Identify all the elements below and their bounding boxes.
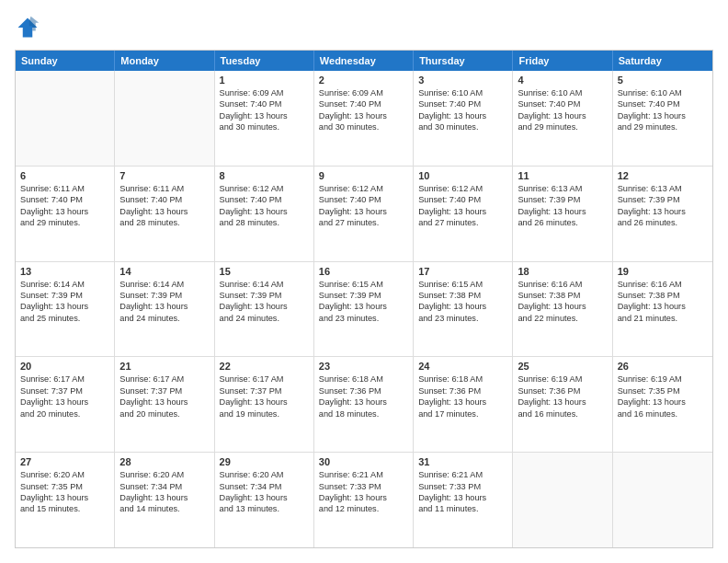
cell-info-line: Daylight: 13 hours — [20, 206, 109, 217]
day-number: 8 — [220, 170, 309, 181]
day-number: 2 — [319, 75, 408, 86]
cell-info-line: Sunrise: 6:21 AM — [418, 469, 507, 480]
calendar: SundayMondayTuesdayWednesdayThursdayFrid… — [15, 50, 713, 548]
cell-info-line: and 30 minutes. — [319, 121, 408, 132]
cal-cell-3-7: 19Sunrise: 6:16 AMSunset: 7:38 PMDayligh… — [613, 262, 712, 357]
cell-info-line: Daylight: 13 hours — [119, 206, 209, 217]
cell-info-line: Sunrise: 6:19 AM — [618, 373, 708, 385]
weekday-header-sunday: Sunday — [16, 51, 115, 71]
cal-cell-4-2: 21Sunrise: 6:17 AMSunset: 7:37 PMDayligh… — [115, 357, 214, 452]
cell-info-line: Daylight: 13 hours — [119, 396, 209, 408]
day-number: 25 — [518, 361, 607, 372]
cell-info-line: and 30 minutes. — [418, 121, 507, 132]
cell-info-line: Daylight: 13 hours — [319, 396, 408, 408]
cell-info-line: Sunset: 7:37 PM — [20, 385, 109, 396]
cell-info-line: Sunrise: 6:17 AM — [20, 373, 109, 385]
day-number: 31 — [418, 456, 507, 467]
cell-info-line: Daylight: 13 hours — [418, 396, 507, 408]
cell-info-line: and 23 minutes. — [319, 313, 408, 324]
cell-info-line: Sunrise: 6:20 AM — [20, 469, 109, 480]
cell-info-line: and 17 minutes. — [418, 408, 507, 419]
cell-info-line: Sunrise: 6:15 AM — [418, 279, 507, 290]
cell-info-line: Sunrise: 6:12 AM — [220, 183, 309, 194]
day-number: 13 — [20, 266, 109, 277]
page: SundayMondayTuesdayWednesdayThursdayFrid… — [0, 0, 728, 563]
cal-cell-4-5: 24Sunrise: 6:18 AMSunset: 7:36 PMDayligh… — [414, 357, 513, 452]
cal-cell-2-1: 6Sunrise: 6:11 AMSunset: 7:40 PMDaylight… — [16, 167, 115, 261]
cal-cell-2-6: 11Sunrise: 6:13 AMSunset: 7:39 PMDayligh… — [513, 167, 612, 261]
cal-cell-3-6: 18Sunrise: 6:16 AMSunset: 7:38 PMDayligh… — [513, 262, 612, 357]
cell-info-line: Daylight: 13 hours — [220, 492, 309, 503]
cell-info-line: and 30 minutes. — [220, 121, 309, 132]
day-number: 7 — [119, 170, 209, 181]
cell-info-line: Sunrise: 6:21 AM — [319, 469, 408, 480]
cell-info-line: and 20 minutes. — [20, 408, 109, 419]
cell-info-line: Sunrise: 6:19 AM — [518, 373, 607, 385]
cal-cell-5-5: 31Sunrise: 6:21 AMSunset: 7:33 PMDayligh… — [414, 453, 513, 547]
cal-cell-4-7: 26Sunrise: 6:19 AMSunset: 7:35 PMDayligh… — [613, 357, 712, 452]
cal-cell-3-2: 14Sunrise: 6:14 AMSunset: 7:39 PMDayligh… — [115, 262, 214, 357]
cell-info-line: Sunset: 7:40 PM — [418, 98, 507, 109]
weekday-header-monday: Monday — [115, 51, 214, 71]
cell-info-line: Sunset: 7:39 PM — [20, 290, 109, 301]
cal-cell-1-1 — [16, 71, 115, 166]
cell-info-line: Sunset: 7:35 PM — [20, 481, 109, 492]
cell-info-line: Sunrise: 6:10 AM — [618, 87, 708, 98]
cell-info-line: Sunset: 7:38 PM — [418, 290, 507, 301]
cell-info-line: Sunset: 7:40 PM — [220, 98, 309, 109]
cell-info-line: Sunrise: 6:17 AM — [220, 373, 309, 385]
cell-info-line: and 28 minutes. — [119, 217, 209, 228]
cell-info-line: Sunrise: 6:15 AM — [319, 279, 408, 290]
cell-info-line: Daylight: 13 hours — [418, 206, 507, 217]
cell-info-line: Daylight: 13 hours — [20, 396, 109, 408]
cal-cell-4-6: 25Sunrise: 6:19 AMSunset: 7:36 PMDayligh… — [513, 357, 612, 452]
cell-info-line: and 27 minutes. — [418, 217, 507, 228]
cal-cell-5-7 — [613, 453, 712, 547]
cal-cell-4-1: 20Sunrise: 6:17 AMSunset: 7:37 PMDayligh… — [16, 357, 115, 452]
day-number: 18 — [518, 266, 607, 277]
cell-info-line: Sunset: 7:34 PM — [220, 481, 309, 492]
day-number: 26 — [618, 361, 708, 372]
cal-cell-2-7: 12Sunrise: 6:13 AMSunset: 7:39 PMDayligh… — [613, 167, 712, 261]
cal-cell-5-1: 27Sunrise: 6:20 AMSunset: 7:35 PMDayligh… — [16, 453, 115, 547]
cal-cell-2-2: 7Sunrise: 6:11 AMSunset: 7:40 PMDaylight… — [115, 167, 214, 261]
cell-info-line: Sunrise: 6:14 AM — [20, 279, 109, 290]
cell-info-line: and 11 minutes. — [418, 503, 507, 514]
cell-info-line: Daylight: 13 hours — [518, 110, 607, 121]
cell-info-line: and 19 minutes. — [220, 408, 309, 419]
weekday-header-tuesday: Tuesday — [215, 51, 314, 71]
day-number: 3 — [418, 75, 507, 86]
cell-info-line: Sunset: 7:36 PM — [418, 385, 507, 396]
cell-info-line: Sunrise: 6:11 AM — [20, 183, 109, 194]
day-number: 17 — [418, 266, 507, 277]
cell-info-line: Daylight: 13 hours — [618, 206, 708, 217]
cell-info-line: Sunrise: 6:14 AM — [220, 279, 309, 290]
day-number: 4 — [518, 75, 607, 86]
cell-info-line: and 29 minutes. — [20, 217, 109, 228]
day-number: 19 — [618, 266, 708, 277]
day-number: 11 — [518, 170, 607, 181]
cal-cell-1-2 — [115, 71, 214, 166]
cal-cell-1-5: 3Sunrise: 6:10 AMSunset: 7:40 PMDaylight… — [414, 71, 513, 166]
cell-info-line: and 16 minutes. — [618, 408, 708, 419]
cal-cell-3-5: 17Sunrise: 6:15 AMSunset: 7:38 PMDayligh… — [414, 262, 513, 357]
day-number: 6 — [20, 170, 109, 181]
cell-info-line: Daylight: 13 hours — [618, 396, 708, 408]
cal-cell-5-3: 29Sunrise: 6:20 AMSunset: 7:34 PMDayligh… — [215, 453, 314, 547]
cell-info-line: Daylight: 13 hours — [319, 206, 408, 217]
cell-info-line: Sunset: 7:33 PM — [418, 481, 507, 492]
cell-info-line: Sunrise: 6:11 AM — [119, 183, 209, 194]
cal-row-1: 1Sunrise: 6:09 AMSunset: 7:40 PMDaylight… — [16, 71, 712, 167]
cell-info-line: Sunrise: 6:17 AM — [119, 373, 209, 385]
cell-info-line: Sunrise: 6:13 AM — [618, 183, 708, 194]
cell-info-line: Sunset: 7:40 PM — [220, 194, 309, 205]
cell-info-line: Daylight: 13 hours — [220, 396, 309, 408]
cell-info-line: and 23 minutes. — [418, 313, 507, 324]
cal-cell-4-4: 23Sunrise: 6:18 AMSunset: 7:36 PMDayligh… — [314, 357, 414, 452]
cell-info-line: and 26 minutes. — [618, 217, 708, 228]
cell-info-line: Daylight: 13 hours — [319, 110, 408, 121]
cell-info-line: Sunset: 7:39 PM — [319, 290, 408, 301]
cal-cell-2-5: 10Sunrise: 6:12 AMSunset: 7:40 PMDayligh… — [414, 167, 513, 261]
cell-info-line: Daylight: 13 hours — [418, 492, 507, 503]
cal-cell-2-4: 9Sunrise: 6:12 AMSunset: 7:40 PMDaylight… — [314, 167, 414, 261]
